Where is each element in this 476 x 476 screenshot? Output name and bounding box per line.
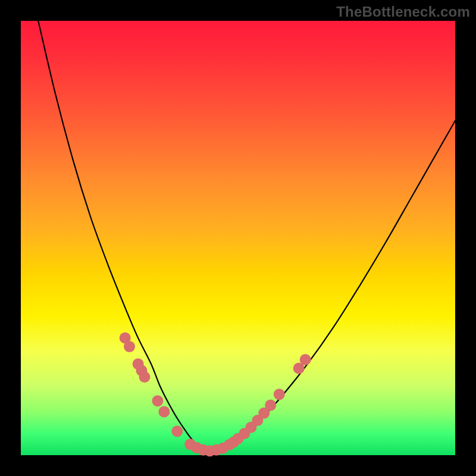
data-point bbox=[139, 371, 151, 383]
watermark-text: TheBottleneck.com bbox=[336, 4, 470, 20]
data-point bbox=[274, 389, 285, 400]
bottleneck-curve bbox=[38, 21, 455, 450]
outer-frame: TheBottleneck.com bbox=[0, 0, 476, 476]
data-point bbox=[158, 406, 170, 418]
data-point bbox=[124, 341, 135, 352]
data-point bbox=[265, 400, 276, 411]
plot-area bbox=[21, 21, 455, 455]
data-point bbox=[152, 395, 163, 406]
chart-svg bbox=[21, 21, 455, 455]
data-point-group bbox=[120, 332, 311, 456]
data-point bbox=[300, 354, 311, 365]
data-point bbox=[171, 425, 183, 437]
